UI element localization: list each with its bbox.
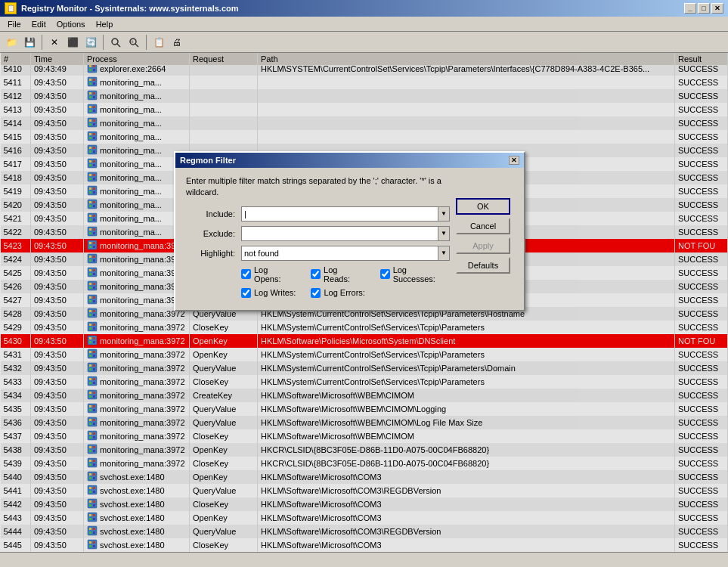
log-errors-item: Log Errors:	[311, 288, 364, 298]
log-errors-checkbox[interactable]	[311, 288, 321, 298]
window-title: Registry Monitor - Sysinternals: www.sys…	[21, 4, 239, 13]
log-reads-item: Log Reads:	[311, 265, 365, 284]
svg-point-0	[112, 39, 118, 45]
title-bar: 📋 Registry Monitor - Sysinternals: www.s…	[0, 0, 728, 17]
svg-line-1	[117, 44, 120, 47]
svg-line-3	[135, 44, 138, 47]
dialog-title-bar: Regmon Filter ✕	[175, 153, 524, 168]
log-writes-label: Log Writes:	[254, 288, 296, 297]
close-button[interactable]: ✕	[711, 3, 723, 14]
title-bar-controls: _ □ ✕	[684, 3, 723, 14]
toolbar-btn-6[interactable]	[107, 34, 124, 51]
exclude-dropdown-btn[interactable]: ▼	[438, 226, 450, 241]
toolbar-btn-5[interactable]: 🔄	[82, 34, 99, 51]
menu-edit[interactable]: Edit	[27, 18, 51, 30]
log-writes-checkbox[interactable]	[241, 288, 251, 298]
dialog-description: Enter multiple filter match strings sepa…	[186, 175, 450, 199]
cancel-button[interactable]: Cancel	[456, 218, 510, 234]
log-successes-label: Log Successes:	[393, 265, 450, 284]
toolbar-btn-7[interactable]: +	[125, 34, 142, 51]
toolbar: 📁 💾 ✕ ⬛ 🔄 + 📋 🖨	[0, 32, 728, 53]
exclude-row: Exclude: ▼	[186, 226, 450, 241]
regmon-filter-dialog: Regmon Filter ✕ Enter multiple filter ma…	[174, 151, 525, 311]
defaults-button[interactable]: Defaults	[456, 257, 510, 274]
svg-text:+: +	[131, 39, 134, 45]
include-label: Include:	[186, 209, 235, 218]
toolbar-btn-2[interactable]: 💾	[21, 34, 38, 51]
log-successes-checkbox[interactable]	[380, 269, 390, 279]
include-input[interactable]	[241, 206, 438, 222]
toolbar-btn-1[interactable]: 📁	[3, 34, 20, 51]
menu-options[interactable]: Options	[52, 18, 90, 30]
minimize-button[interactable]: _	[684, 3, 696, 14]
include-input-wrapper: ▼	[241, 206, 450, 222]
menu-file[interactable]: File	[3, 18, 26, 30]
dialog-close-button[interactable]: ✕	[509, 156, 519, 165]
toolbar-sep-3	[146, 35, 147, 50]
log-reads-checkbox[interactable]	[311, 269, 321, 279]
log-writes-item: Log Writes:	[241, 288, 296, 298]
checkbox-row-2: Log Writes: Log Errors:	[186, 288, 450, 298]
dialog-title: Regmon Filter	[180, 156, 236, 165]
apply-button[interactable]: Apply	[456, 237, 510, 254]
log-errors-label: Log Errors:	[324, 288, 364, 297]
log-successes-item: Log Successes:	[380, 265, 450, 284]
exclude-input-wrapper: ▼	[241, 226, 450, 241]
dialog-body: Enter multiple filter match strings sepa…	[175, 168, 524, 310]
toolbar-btn-3[interactable]: ✕	[46, 34, 63, 51]
app-icon: 📋	[5, 2, 17, 14]
maximize-button[interactable]: □	[698, 3, 710, 14]
menu-bar: File Edit Options Help	[0, 17, 728, 32]
toolbar-btn-8[interactable]: 📋	[150, 34, 167, 51]
log-opens-item: Log Opens:	[241, 265, 296, 284]
include-row: Include: ▼	[186, 206, 450, 222]
toolbar-btn-4[interactable]: ⬛	[64, 34, 81, 51]
log-reads-label: Log Reads:	[324, 265, 365, 284]
include-dropdown-btn[interactable]: ▼	[438, 206, 450, 222]
highlight-label: Highlight:	[186, 249, 235, 258]
ok-button[interactable]: OK	[456, 198, 510, 215]
log-opens-label: Log Opens:	[254, 265, 296, 284]
toolbar-sep-1	[42, 35, 42, 50]
highlight-input-wrapper: ▼	[241, 246, 450, 261]
main-content: # Time Process Request Path Result 54010…	[0, 53, 728, 552]
status-bar	[0, 552, 728, 567]
menu-help[interactable]: Help	[91, 18, 118, 30]
toolbar-sep-2	[103, 35, 104, 50]
toolbar-btn-9[interactable]: 🖨	[169, 34, 185, 51]
dialog-overlay: Regmon Filter ✕ Enter multiple filter ma…	[0, 53, 728, 552]
title-bar-text: 📋 Registry Monitor - Sysinternals: www.s…	[5, 2, 239, 14]
exclude-input[interactable]	[241, 226, 438, 241]
checkbox-row-1: Log Opens: Log Reads: Log Successes:	[186, 265, 450, 284]
highlight-dropdown-btn[interactable]: ▼	[438, 246, 450, 261]
highlight-row: Highlight: ▼	[186, 246, 450, 261]
highlight-input[interactable]	[241, 246, 438, 261]
log-opens-checkbox[interactable]	[241, 269, 251, 279]
exclude-label: Exclude:	[186, 229, 235, 238]
